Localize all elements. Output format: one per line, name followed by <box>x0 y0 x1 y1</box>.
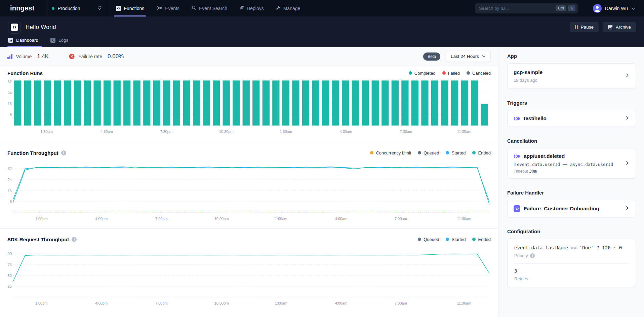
triggers-heading: Triggers <box>507 100 636 106</box>
function-throughput-chart: 81624321:00pm4:00pm7:00pm10:00pm1:00am4:… <box>7 164 491 222</box>
trigger-card[interactable]: test/hello <box>507 110 636 127</box>
nav-tab-manage[interactable]: Manage <box>270 0 307 16</box>
nav-tab-deploys[interactable]: Deploys <box>233 0 270 16</box>
failure-handler-section: Failure Handler Failure: Customer Onboar… <box>507 190 636 217</box>
legend-dot <box>472 151 476 154</box>
nav-tab-functions[interactable]: Functions <box>110 0 151 16</box>
svg-text:16: 16 <box>8 102 12 106</box>
legend-label: Canceled <box>472 71 491 76</box>
svg-text:10:00pm: 10:00pm <box>214 217 229 221</box>
failure-handler-card[interactable]: Failure: Customer Onboarding <box>507 200 636 217</box>
cancellation-section: Cancellation app/user.deleted If event.d… <box>507 138 636 179</box>
inngest-logo: inngest <box>0 0 46 16</box>
failure-rate-value: 0.00% <box>108 53 124 60</box>
app-heading: App <box>507 53 636 59</box>
svg-text:7:30am: 7:30am <box>400 130 412 134</box>
svg-text:7:00pm: 7:00pm <box>155 301 168 305</box>
svg-text:4:00am: 4:00am <box>335 217 348 221</box>
svg-text:7:00am: 7:00am <box>395 301 407 305</box>
legend-dot <box>418 151 421 154</box>
priority-label: Priority <box>514 253 528 258</box>
kbd-ctrl: Ctrl <box>556 5 566 11</box>
chart-legend: QueuedStartedEnded <box>418 237 491 242</box>
svg-text:32: 32 <box>8 80 12 84</box>
pause-icon <box>575 25 578 29</box>
svg-text:24: 24 <box>8 91 12 95</box>
archive-icon <box>608 25 613 30</box>
rocket-icon <box>239 5 244 11</box>
search-icon <box>192 5 196 11</box>
function-icon <box>8 21 21 34</box>
pause-button[interactable]: Pause <box>570 22 599 32</box>
sdk-throughput-chart: 2550751001:00pm4:00pm7:00pm10:00pm1:00am… <box>7 250 491 307</box>
failure-handler-name: Failure: Customer Onboarding <box>524 206 599 212</box>
svg-text:11:30am: 11:30am <box>457 301 471 305</box>
volume-stat: Volume 1.4K <box>7 53 49 60</box>
search-input[interactable] <box>479 6 554 11</box>
failure-rate-stat: Failure rate 0.00% <box>69 53 124 60</box>
info-icon[interactable]: i <box>61 150 66 155</box>
function-runs-chart: 81624321:30pm4:30pm7:30pm10:30pm1:30am4:… <box>7 78 491 135</box>
time-range-dropdown[interactable]: Last 24 Hours <box>446 51 491 62</box>
configuration-section: Configuration event.data.lastName == 'Do… <box>507 228 636 287</box>
chevron-right-icon <box>625 73 630 79</box>
nav-tab-label: Event Search <box>199 6 227 11</box>
legend-dot <box>446 238 449 241</box>
svg-text:10:30pm: 10:30pm <box>219 130 234 134</box>
volume-value: 1.4K <box>37 53 49 60</box>
nav-tab-events[interactable]: Events <box>150 0 186 16</box>
wrench-icon <box>276 5 281 11</box>
nav-tabs: Functions Events Event Search Deploys Ma… <box>110 0 307 16</box>
svg-text:1:00pm: 1:00pm <box>35 301 48 305</box>
volume-label: Volume <box>16 54 32 59</box>
cancellation-card[interactable]: app/user.deleted If event.data.userId ==… <box>507 148 636 179</box>
configuration-heading: Configuration <box>507 228 636 234</box>
nav-tab-label: Deploys <box>247 6 264 11</box>
chevron-down-icon <box>482 55 486 58</box>
nav-tab-label: Manage <box>283 6 300 11</box>
divider <box>514 263 629 263</box>
legend-dot <box>370 151 373 154</box>
tab-logs[interactable]: Logs <box>50 38 68 47</box>
info-icon[interactable]: i <box>530 253 535 258</box>
failure-handler-heading: Failure Handler <box>507 190 636 196</box>
legend-item: Ended <box>472 150 491 155</box>
priority-expression: event.data.lastName == 'Doe' ? 120 : 0 <box>514 245 629 250</box>
global-search[interactable]: Ctrl K <box>475 3 578 13</box>
app-card[interactable]: gcp-sample 18 days ago <box>507 63 636 89</box>
legend-item: Started <box>446 237 466 242</box>
tab-label: Dashboard <box>16 38 38 43</box>
time-range-value: Last 24 Hours <box>451 54 479 59</box>
function-throughput-section: Function Throughput i Concurrency LimitQ… <box>0 142 498 229</box>
if-label: If <box>514 162 516 167</box>
svg-text:11:30am: 11:30am <box>457 217 471 221</box>
legend-item: Completed <box>409 71 436 76</box>
legend-dot <box>472 238 476 241</box>
chevron-right-icon <box>625 206 630 212</box>
tab-dashboard[interactable]: Dashboard <box>8 38 38 47</box>
legend-item: Queued <box>418 150 439 155</box>
svg-text:1:00am: 1:00am <box>275 301 287 305</box>
function-header: Hello World Pause Archive Dashboard Logs <box>0 16 644 47</box>
legend-label: Started <box>451 150 466 155</box>
legend-item: Queued <box>418 237 439 242</box>
nav-right: Ctrl K Darwin Wu <box>475 0 644 16</box>
dashboard-icon <box>8 38 13 43</box>
environment-status-dot <box>52 7 54 10</box>
info-icon[interactable]: i <box>72 237 77 242</box>
nav-tab-event-search[interactable]: Event Search <box>186 0 233 16</box>
user-menu[interactable]: Darwin Wu <box>586 4 644 13</box>
legend-dot <box>446 151 449 154</box>
archive-button[interactable]: Archive <box>603 22 636 32</box>
svg-text:4:00am: 4:00am <box>335 301 348 305</box>
legend-item: Failed <box>442 71 460 76</box>
legend-label: Queued <box>424 150 439 155</box>
sdk-throughput-section: SDK Request Throughput i QueuedStartedEn… <box>0 229 498 317</box>
environment-selector[interactable]: Production <box>46 0 107 16</box>
app-meta: 18 days ago <box>514 78 621 83</box>
events-icon <box>156 6 162 11</box>
legend-label: Ended <box>478 150 491 155</box>
details-sidebar: App gcp-sample 18 days ago Triggers test… <box>498 47 644 317</box>
svg-text:10:00pm: 10:00pm <box>214 301 229 305</box>
timeout-value: 30m <box>529 169 537 174</box>
